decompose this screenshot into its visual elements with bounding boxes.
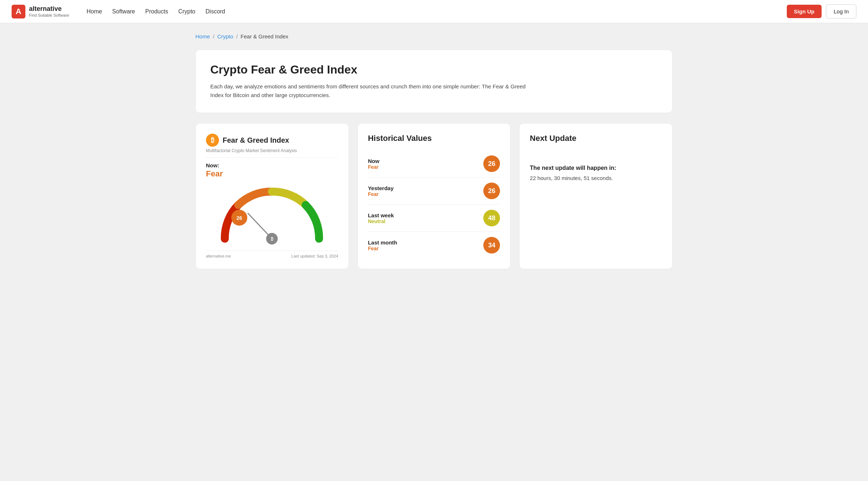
header-actions: Sign Up Log In <box>787 4 856 18</box>
svg-text:26: 26 <box>237 215 243 221</box>
next-update-body: The next update will happen in: 22 hours… <box>530 165 662 181</box>
logo-text: alternative Find Suitable Software <box>29 5 69 18</box>
main-header: A alternative Find Suitable Software Hom… <box>0 0 868 23</box>
intro-description: Each day, we analyze emotions and sentim… <box>210 82 537 100</box>
next-update-time: 22 hours, 30 minutes, 51 seconds. <box>530 175 662 181</box>
historical-title: Historical Values <box>368 134 500 143</box>
hist-badge-lastweek: 48 <box>483 210 500 226</box>
now-sentiment: Fear <box>206 169 338 179</box>
gauge-title: Fear & Greed Index <box>223 136 289 145</box>
nav-crypto[interactable]: Crypto <box>178 8 195 15</box>
breadcrumb: Home / Crypto / Fear & Greed Index <box>195 33 673 39</box>
hist-row-lastmonth: Last month Fear 34 <box>368 232 500 259</box>
breadcrumb-current: Fear & Greed Index <box>241 33 289 39</box>
hist-period-yesterday: Yesterday Fear <box>368 185 394 197</box>
gauge-footer-left: alternative.me <box>206 254 231 258</box>
brand-name: alternative <box>29 5 69 13</box>
main-nav: Home Software Products Crypto Discord <box>87 8 775 15</box>
next-update-title: Next Update <box>530 134 662 143</box>
now-label: Now: <box>206 162 338 168</box>
gauge-footer: alternative.me Last updated: Sep 3, 2024 <box>206 251 338 258</box>
hist-badge-yesterday: 26 <box>483 183 500 199</box>
gauge-card: ₿ Fear & Greed Index Multifactorial Cryp… <box>195 123 349 269</box>
nav-discord[interactable]: Discord <box>206 8 225 15</box>
brand-tagline: Find Suitable Software <box>29 13 69 18</box>
nav-products[interactable]: Products <box>145 8 168 15</box>
main-content: Home / Crypto / Fear & Greed Index Crypt… <box>184 23 684 279</box>
gauge-card-header: ₿ Fear & Greed Index <box>206 134 338 147</box>
bitcoin-icon: ₿ <box>206 134 219 147</box>
breadcrumb-sep-1: / <box>213 33 214 39</box>
signup-button[interactable]: Sign Up <box>787 5 822 18</box>
breadcrumb-sep-2: / <box>236 33 237 39</box>
nav-software[interactable]: Software <box>112 8 135 15</box>
gauge-subtitle: Multifactorial Crypto Market Sentiment A… <box>206 148 338 158</box>
hist-row-yesterday: Yesterday Fear 26 <box>368 177 500 205</box>
hist-period-lastmonth: Last month Fear <box>368 239 397 251</box>
gauge-visual: 26 ₿ <box>206 184 338 248</box>
historical-card: Historical Values Now Fear 26 Yesterday … <box>357 123 511 269</box>
hist-row-now: Now Fear 26 <box>368 150 500 177</box>
hist-row-lastweek: Last week Neutral 48 <box>368 205 500 232</box>
gauge-footer-right: Last updated: Sep 3, 2024 <box>292 254 338 258</box>
svg-text:₿: ₿ <box>271 237 273 242</box>
next-update-card: Next Update The next update will happen … <box>519 123 673 269</box>
logo-link[interactable]: A alternative Find Suitable Software <box>12 5 69 18</box>
hist-period-now: Now Fear <box>368 158 380 170</box>
hist-badge-now: 26 <box>483 155 500 172</box>
login-button[interactable]: Log In <box>826 4 856 18</box>
logo-icon: A <box>12 5 25 18</box>
hist-badge-lastmonth: 34 <box>483 237 500 254</box>
page-title: Crypto Fear & Greed Index <box>210 63 658 76</box>
intro-card: Crypto Fear & Greed Index Each day, we a… <box>195 50 673 113</box>
cards-row: ₿ Fear & Greed Index Multifactorial Cryp… <box>195 123 673 269</box>
next-update-label: The next update will happen in: <box>530 165 662 171</box>
hist-period-lastweek: Last week Neutral <box>368 212 394 224</box>
nav-home[interactable]: Home <box>87 8 102 15</box>
breadcrumb-crypto[interactable]: Crypto <box>217 33 233 39</box>
breadcrumb-home[interactable]: Home <box>195 33 210 39</box>
